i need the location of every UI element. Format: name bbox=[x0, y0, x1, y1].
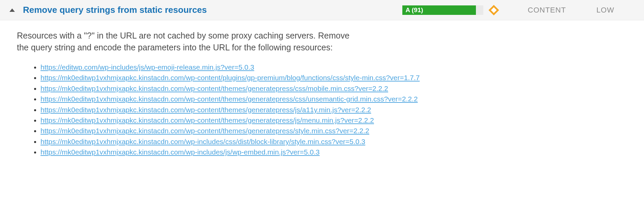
rule-body: Resources with a "?" in the URL are not … bbox=[0, 20, 540, 167]
list-item: https://mk0editwp1vxhmjxapkc.kinstacdn.c… bbox=[41, 137, 523, 146]
list-item: https://mk0editwp1vxhmjxapkc.kinstacdn.c… bbox=[41, 115, 523, 125]
rule-header[interactable]: Remove query strings from static resourc… bbox=[0, 0, 644, 20]
grade-bar: A (91) bbox=[402, 5, 483, 15]
resource-link[interactable]: https://mk0editwp1vxhmjxapkc.kinstacdn.c… bbox=[41, 85, 388, 92]
resource-link[interactable]: https://mk0editwp1vxhmjxapkc.kinstacdn.c… bbox=[41, 106, 371, 114]
collapse-caret-icon[interactable] bbox=[9, 8, 15, 12]
resource-link[interactable]: https://mk0editwp1vxhmjxapkc.kinstacdn.c… bbox=[41, 95, 418, 103]
grade-container: A (91) bbox=[402, 5, 498, 15]
list-item: https://editwp.com/wp-includes/js/wp-emo… bbox=[41, 62, 523, 72]
resource-link[interactable]: https://mk0editwp1vxhmjxapkc.kinstacdn.c… bbox=[41, 127, 369, 135]
resource-link[interactable]: https://mk0editwp1vxhmjxapkc.kinstacdn.c… bbox=[41, 74, 420, 81]
rule-title: Remove query strings from static resourc… bbox=[23, 5, 207, 15]
resource-link[interactable]: https://mk0editwp1vxhmjxapkc.kinstacdn.c… bbox=[41, 148, 320, 156]
list-item: https://mk0editwp1vxhmjxapkc.kinstacdn.c… bbox=[41, 105, 523, 115]
list-item: https://mk0editwp1vxhmjxapkc.kinstacdn.c… bbox=[41, 126, 523, 136]
list-item: https://mk0editwp1vxhmjxapkc.kinstacdn.c… bbox=[41, 73, 523, 83]
rule-description: Resources with a "?" in the URL are not … bbox=[17, 30, 358, 53]
resource-link[interactable]: https://editwp.com/wp-includes/js/wp-emo… bbox=[41, 63, 254, 71]
list-item: https://mk0editwp1vxhmjxapkc.kinstacdn.c… bbox=[41, 94, 523, 104]
rule-priority: LOW bbox=[596, 6, 614, 15]
priority-diamond-icon bbox=[488, 5, 499, 15]
resource-link[interactable]: https://mk0editwp1vxhmjxapkc.kinstacdn.c… bbox=[41, 116, 374, 124]
resource-link[interactable]: https://mk0editwp1vxhmjxapkc.kinstacdn.c… bbox=[41, 138, 365, 145]
grade-fill: A (91) bbox=[402, 5, 476, 15]
list-item: https://mk0editwp1vxhmjxapkc.kinstacdn.c… bbox=[41, 147, 523, 157]
list-item: https://mk0editwp1vxhmjxapkc.kinstacdn.c… bbox=[41, 84, 523, 93]
rule-type: CONTENT bbox=[528, 6, 566, 15]
resource-list: https://editwp.com/wp-includes/js/wp-emo… bbox=[17, 62, 523, 157]
